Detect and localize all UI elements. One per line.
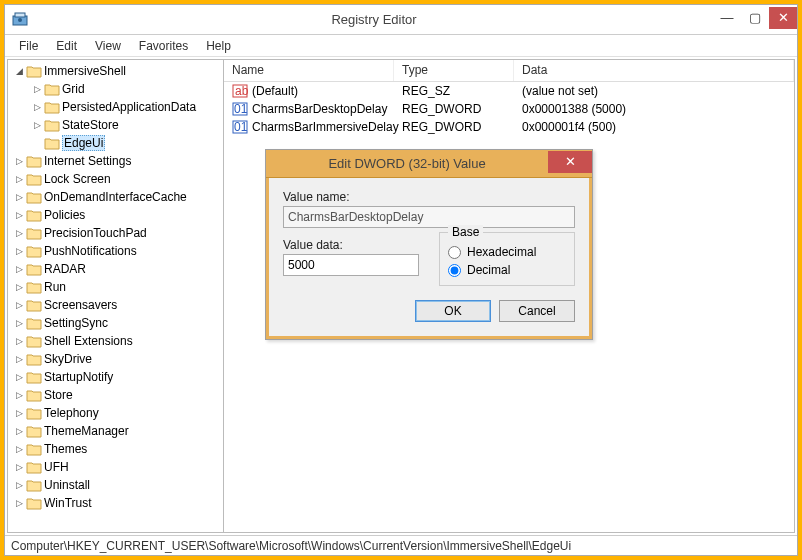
tree-item[interactable]: ▷Themes xyxy=(8,440,223,458)
col-data[interactable]: Data xyxy=(514,60,794,81)
menu-favorites[interactable]: Favorites xyxy=(131,37,196,55)
radio-hex-row[interactable]: Hexadecimal xyxy=(448,245,566,259)
tree-item[interactable]: ▷Run xyxy=(8,278,223,296)
tree-item-label: Shell Extensions xyxy=(44,334,133,348)
chevron-right-icon[interactable]: ▷ xyxy=(12,228,26,238)
registry-tree[interactable]: ◢ImmersiveShell▷Grid▷PersistedApplicatio… xyxy=(8,60,224,532)
tree-item[interactable]: ▷StartupNotify xyxy=(8,368,223,386)
chevron-right-icon[interactable]: ▷ xyxy=(12,390,26,400)
tree-item[interactable]: ▷Store xyxy=(8,386,223,404)
chevron-right-icon[interactable]: ▷ xyxy=(12,480,26,490)
base-fieldset: Base Hexadecimal Decimal xyxy=(439,232,575,286)
value-data-field[interactable] xyxy=(283,254,419,276)
tree-item[interactable]: ▷SkyDrive xyxy=(8,350,223,368)
value-type: REG_SZ xyxy=(394,84,514,98)
tree-item[interactable]: ▷Internet Settings xyxy=(8,152,223,170)
dword-value-icon: 011 xyxy=(232,119,248,135)
tree-item[interactable]: ▷PersistedApplicationData xyxy=(8,98,223,116)
tree-item[interactable]: EdgeUi xyxy=(8,134,223,152)
chevron-right-icon[interactable]: ▷ xyxy=(30,120,44,130)
col-name[interactable]: Name xyxy=(224,60,394,81)
chevron-down-icon[interactable]: ◢ xyxy=(12,66,26,76)
tree-item[interactable]: ▷Lock Screen xyxy=(8,170,223,188)
tree-item[interactable]: ▷WinTrust xyxy=(8,494,223,512)
col-type[interactable]: Type xyxy=(394,60,514,81)
tree-item[interactable]: ▷Shell Extensions xyxy=(8,332,223,350)
folder-icon xyxy=(44,82,60,96)
value-name: CharmsBarDesktopDelay xyxy=(252,102,387,116)
list-row[interactable]: 011CharmsBarImmersiveDelayREG_DWORD0x000… xyxy=(224,118,794,136)
menu-file[interactable]: File xyxy=(11,37,46,55)
folder-icon xyxy=(44,136,60,150)
chevron-right-icon[interactable]: ▷ xyxy=(12,174,26,184)
list-row[interactable]: 011CharmsBarDesktopDelayREG_DWORD0x00001… xyxy=(224,100,794,118)
tree-item-label: PrecisionTouchPad xyxy=(44,226,147,240)
chevron-right-icon[interactable]: ▷ xyxy=(12,462,26,472)
folder-icon xyxy=(26,280,42,294)
folder-icon xyxy=(26,262,42,276)
radio-hex[interactable] xyxy=(448,246,461,259)
menu-view[interactable]: View xyxy=(87,37,129,55)
chevron-right-icon[interactable]: ▷ xyxy=(12,336,26,346)
chevron-right-icon[interactable]: ▷ xyxy=(12,156,26,166)
tree-item-label: WinTrust xyxy=(44,496,92,510)
chevron-right-icon[interactable]: ▷ xyxy=(12,408,26,418)
chevron-right-icon[interactable]: ▷ xyxy=(12,426,26,436)
tree-item-label: ImmersiveShell xyxy=(44,64,126,78)
tree-item[interactable]: ▷Telephony xyxy=(8,404,223,422)
chevron-right-icon[interactable]: ▷ xyxy=(12,264,26,274)
regedit-icon xyxy=(11,11,29,29)
chevron-right-icon[interactable]: ▷ xyxy=(12,354,26,364)
chevron-right-icon[interactable]: ▷ xyxy=(12,372,26,382)
close-button[interactable]: ✕ xyxy=(769,7,797,29)
chevron-right-icon[interactable]: ▷ xyxy=(12,318,26,328)
tree-item[interactable]: ▷Grid xyxy=(8,80,223,98)
tree-item[interactable]: ▷RADAR xyxy=(8,260,223,278)
chevron-right-icon[interactable]: ▷ xyxy=(30,102,44,112)
folder-icon xyxy=(26,226,42,240)
tree-item-label: Store xyxy=(44,388,73,402)
dialog-titlebar[interactable]: Edit DWORD (32-bit) Value ✕ xyxy=(266,150,592,178)
tree-item[interactable]: ▷OnDemandInterfaceCache xyxy=(8,188,223,206)
tree-item-label: Run xyxy=(44,280,66,294)
folder-icon xyxy=(26,496,42,510)
tree-item[interactable]: ▷Policies xyxy=(8,206,223,224)
value-name-field xyxy=(283,206,575,228)
tree-item[interactable]: ▷SettingSync xyxy=(8,314,223,332)
chevron-right-icon[interactable]: ▷ xyxy=(12,282,26,292)
titlebar[interactable]: Registry Editor — ▢ ✕ xyxy=(5,5,797,35)
chevron-right-icon[interactable]: ▷ xyxy=(12,246,26,256)
chevron-right-icon[interactable]: ▷ xyxy=(12,192,26,202)
chevron-right-icon[interactable]: ▷ xyxy=(12,498,26,508)
dialog-close-button[interactable]: ✕ xyxy=(548,151,592,173)
tree-item[interactable]: ▷Screensavers xyxy=(8,296,223,314)
tree-item[interactable]: ▷ThemeManager xyxy=(8,422,223,440)
maximize-button[interactable]: ▢ xyxy=(741,7,769,29)
chevron-right-icon[interactable]: ▷ xyxy=(12,210,26,220)
tree-item[interactable]: ▷PushNotifications xyxy=(8,242,223,260)
radio-dec-row[interactable]: Decimal xyxy=(448,263,566,277)
menubar: File Edit View Favorites Help xyxy=(5,35,797,57)
ok-button[interactable]: OK xyxy=(415,300,491,322)
radio-dec[interactable] xyxy=(448,264,461,277)
value-data: (value not set) xyxy=(514,84,794,98)
tree-item[interactable]: ▷UFH xyxy=(8,458,223,476)
value-type: REG_DWORD xyxy=(394,102,514,116)
chevron-right-icon[interactable]: ▷ xyxy=(12,444,26,454)
folder-icon xyxy=(26,298,42,312)
tree-item-label: ThemeManager xyxy=(44,424,129,438)
tree-item-label: RADAR xyxy=(44,262,86,276)
registry-editor-window: Registry Editor — ▢ ✕ File Edit View Fav… xyxy=(4,4,798,556)
tree-item[interactable]: ▷Uninstall xyxy=(8,476,223,494)
menu-help[interactable]: Help xyxy=(198,37,239,55)
list-row[interactable]: ab(Default)REG_SZ(value not set) xyxy=(224,82,794,100)
tree-item[interactable]: ▷StateStore xyxy=(8,116,223,134)
chevron-right-icon[interactable]: ▷ xyxy=(12,300,26,310)
chevron-right-icon[interactable]: ▷ xyxy=(30,84,44,94)
list-header[interactable]: Name Type Data xyxy=(224,60,794,82)
minimize-button[interactable]: — xyxy=(713,7,741,29)
tree-item[interactable]: ◢ImmersiveShell xyxy=(8,62,223,80)
menu-edit[interactable]: Edit xyxy=(48,37,85,55)
cancel-button[interactable]: Cancel xyxy=(499,300,575,322)
tree-item[interactable]: ▷PrecisionTouchPad xyxy=(8,224,223,242)
